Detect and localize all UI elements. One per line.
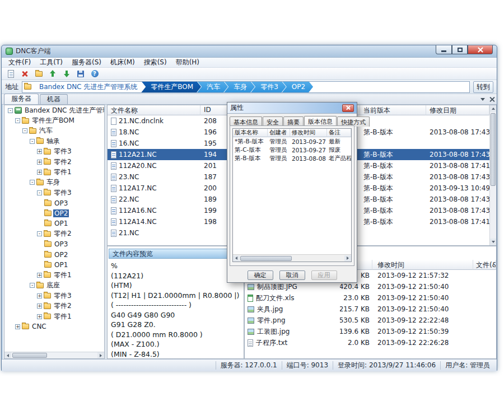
version-row[interactable]: 第-B-版本管理员2013-08-08 17:老产品程序 xyxy=(233,154,351,162)
expander-icon[interactable]: - xyxy=(30,283,35,288)
tree-item[interactable]: -零件生产BOM xyxy=(4,115,104,125)
tree-item[interactable]: OP1 xyxy=(4,218,104,228)
tree-item[interactable]: OP1 xyxy=(4,260,104,270)
version-row[interactable]: 第-C-版本管理员2013-09-27 14:报废 xyxy=(233,146,351,154)
tree-item[interactable]: +零件1 xyxy=(4,270,104,280)
tree-item[interactable]: -轴承 xyxy=(4,136,104,146)
tree-item[interactable]: -零件3 xyxy=(4,188,104,198)
tree-item[interactable]: OP3 xyxy=(4,198,104,208)
tree-item[interactable]: -零件2 xyxy=(4,229,104,239)
tree-item[interactable]: +零件3 xyxy=(4,147,104,157)
expander-icon[interactable]: + xyxy=(37,170,42,175)
pane-dropdown-icon[interactable] xyxy=(480,98,485,101)
tree-item[interactable]: +零件2 xyxy=(4,301,104,311)
tree-horizontal-scrollbar[interactable] xyxy=(4,352,104,358)
tree-item[interactable]: OP2 xyxy=(4,249,104,259)
document-icon-button[interactable] xyxy=(6,69,16,79)
scroll-thumb[interactable] xyxy=(491,113,496,186)
file-list-scrollbar[interactable] xyxy=(489,105,496,245)
folder-icon-button[interactable] xyxy=(34,69,44,79)
column-header-date[interactable]: 修改日期 xyxy=(426,105,489,115)
close-button[interactable] xyxy=(468,45,493,54)
tree-item[interactable]: OP2 xyxy=(4,208,104,218)
save-icon-button[interactable] xyxy=(76,69,86,79)
breadcrumb-item[interactable]: 零件生产BOM xyxy=(141,81,201,92)
tab-machines[interactable]: 机器 xyxy=(40,94,68,104)
column-header-version[interactable]: 当前版本 xyxy=(360,105,426,115)
minimize-button[interactable] xyxy=(436,45,452,54)
menu-item[interactable]: 工具(T) xyxy=(35,57,67,68)
scroll-thumb[interactable] xyxy=(12,353,47,358)
tree-item[interactable]: -车身 xyxy=(4,178,104,188)
expander-icon[interactable]: + xyxy=(37,314,42,319)
version-row[interactable]: *第-B-版本管理员2013-09-27 14:最新 xyxy=(233,137,351,146)
scroll-right-icon[interactable] xyxy=(344,255,351,262)
tree-item[interactable]: +零件1 xyxy=(4,167,104,177)
expander-icon[interactable]: + xyxy=(37,160,42,165)
dialog-title-bar[interactable]: 属性 xyxy=(227,102,357,114)
expander-icon[interactable]: - xyxy=(15,118,20,123)
help-icon-button[interactable]: ? xyxy=(90,69,100,79)
go-button[interactable]: 转到 xyxy=(473,81,493,93)
expander-icon[interactable]: - xyxy=(37,190,42,195)
tab-servers[interactable]: 服务器 xyxy=(4,94,39,104)
tree-item[interactable]: +CNC xyxy=(4,321,104,332)
upload-icon-button[interactable] xyxy=(48,69,58,79)
apply-button[interactable]: 应用 xyxy=(311,270,337,280)
tree-item[interactable]: -汽车 xyxy=(4,126,104,136)
table-row[interactable]: 子程序.txt2.0 KB2013-09-12 22:26:28 xyxy=(245,337,496,348)
expander-icon[interactable]: + xyxy=(37,149,42,154)
table-row[interactable]: 制品顶图.JPG420.4 KB2013-09-12 21:50:40 xyxy=(245,281,496,292)
scroll-left-icon[interactable] xyxy=(4,352,11,358)
breadcrumb-item[interactable]: Bandex DNC 先进生产管理系统 xyxy=(34,81,145,92)
ok-button[interactable]: 确定 xyxy=(248,270,273,280)
menu-item[interactable]: 搜索(S) xyxy=(139,57,171,68)
tree-item[interactable]: +零件1 xyxy=(4,311,104,321)
menu-item[interactable]: 服务器(S) xyxy=(67,57,106,68)
tree-item[interactable]: +零件2 xyxy=(4,157,104,167)
scroll-down-icon[interactable] xyxy=(490,239,496,245)
expander-icon[interactable]: + xyxy=(15,324,20,329)
expander-icon[interactable]: + xyxy=(37,293,42,298)
menu-item[interactable]: 机床(M) xyxy=(106,57,139,68)
column-header-id[interactable]: ID xyxy=(200,105,231,115)
expander-icon[interactable]: - xyxy=(30,139,35,144)
breadcrumb-item[interactable]: OP2 xyxy=(282,81,313,92)
tree-item[interactable]: +零件3 xyxy=(4,291,104,301)
version-column-header[interactable]: 备注 xyxy=(327,129,351,137)
table-row[interactable]: 配刀文件.xls23.0 KB2013-09-12 21:50:40 xyxy=(245,292,496,304)
expander-icon[interactable]: - xyxy=(22,128,27,133)
scroll-right-icon[interactable] xyxy=(97,352,104,358)
table-row[interactable]: 工装图.jpg139.6 KB2013-09-12 21:50:39 xyxy=(245,326,496,337)
table-row[interactable]: 零件.png530.5 KB2013-09-12 22:22:48 xyxy=(245,315,496,326)
column-header-filename[interactable]: 文件名称 xyxy=(108,105,200,115)
expander-icon[interactable]: + xyxy=(37,273,42,278)
version-column-header[interactable]: 创建者 xyxy=(268,129,290,137)
scroll-up-icon[interactable] xyxy=(490,105,496,112)
breadcrumb-item[interactable]: 车身 xyxy=(224,81,255,92)
delete-icon-button[interactable] xyxy=(20,69,30,79)
scroll-left-icon[interactable] xyxy=(233,255,240,262)
tree-item[interactable]: -Bandex DNC 先进生产管理系统 xyxy=(4,105,104,115)
expander-icon[interactable]: - xyxy=(8,108,13,113)
expander-icon[interactable]: + xyxy=(37,304,42,309)
column-header-file[interactable]: 文件(& xyxy=(473,260,496,270)
version-column-header[interactable]: 修改时间 xyxy=(290,129,327,137)
menu-item[interactable]: 文件(F) xyxy=(4,57,35,68)
title-bar[interactable]: DNC客户端 xyxy=(2,45,497,57)
version-column-header[interactable]: 版本名称 xyxy=(233,129,268,137)
menu-item[interactable]: 帮助(H) xyxy=(171,57,204,68)
tree-item[interactable]: -底座 xyxy=(4,281,104,291)
maximize-button[interactable] xyxy=(452,45,468,54)
cancel-button[interactable]: 取消 xyxy=(279,270,305,280)
scroll-thumb[interactable] xyxy=(240,256,292,261)
table-row[interactable]: 夹具.jpg215.7 KB2013-09-12 21:50:40 xyxy=(245,304,496,315)
column-header-modified[interactable]: 修改时间 xyxy=(372,260,473,270)
expander-icon[interactable]: - xyxy=(37,231,42,236)
download-icon-button[interactable] xyxy=(62,69,72,79)
dialog-list-scrollbar[interactable] xyxy=(233,254,351,262)
expander-icon[interactable]: - xyxy=(30,180,35,185)
breadcrumb-item[interactable]: 零件3 xyxy=(251,81,286,92)
pane-close-icon[interactable] xyxy=(489,97,494,102)
dialog-close-button[interactable] xyxy=(342,104,354,112)
